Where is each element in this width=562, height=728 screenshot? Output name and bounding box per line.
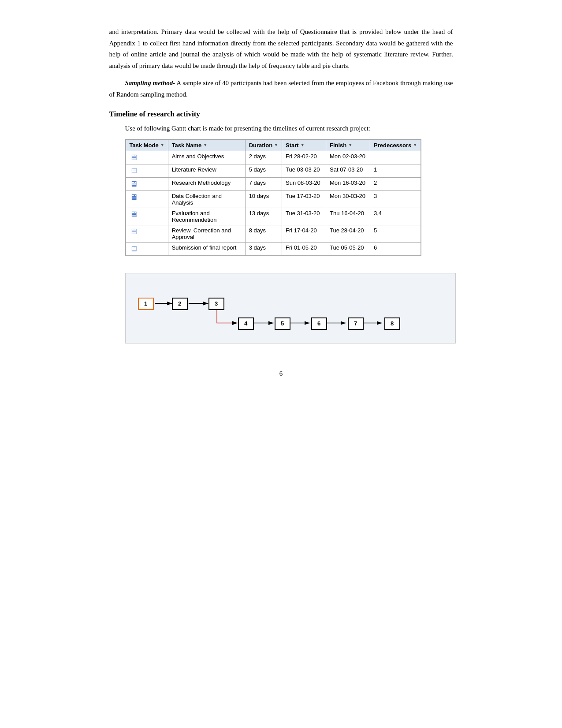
task-predecessors-cell: 3 xyxy=(370,190,421,208)
task-name-cell: Research Methodology xyxy=(168,177,245,190)
task-predecessors-cell: 5 xyxy=(370,225,421,242)
task-mode-cell: 🖥 xyxy=(126,208,168,225)
task-finish-cell: Mon 30-03-20 xyxy=(326,190,370,208)
task-mode-icon: 🖥 xyxy=(130,227,138,236)
task-start-cell: Fri 28-02-20 xyxy=(282,151,326,164)
task-duration-cell: 8 days xyxy=(245,225,282,242)
paragraph-1: and interpretation. Primary data would b… xyxy=(109,26,453,71)
task-duration-cell: 7 days xyxy=(245,177,282,190)
task-mode-icon: 🖥 xyxy=(130,210,138,219)
gantt-table: Task Mode ▼ Task Name ▼ Duration ▼ xyxy=(126,139,421,256)
th-start[interactable]: Start ▼ xyxy=(282,139,326,151)
task-name-cell: Evaluation and Recommendetion xyxy=(168,208,245,225)
task-mode-cell: 🖥 xyxy=(126,177,168,190)
flowchart-node-5: 5 xyxy=(275,317,290,330)
task-duration-cell: 10 days xyxy=(245,190,282,208)
task-name-cell: Review, Correction and Approval xyxy=(168,225,245,242)
th-duration[interactable]: Duration ▼ xyxy=(245,139,282,151)
flowchart-node-2: 2 xyxy=(172,298,188,310)
task-predecessors-cell: 6 xyxy=(370,242,421,255)
task-predecessors-cell xyxy=(370,151,421,164)
task-name-dropdown-icon[interactable]: ▼ xyxy=(203,143,207,147)
th-task-name[interactable]: Task Name ▼ xyxy=(168,139,245,151)
page: and interpretation. Primary data would b… xyxy=(83,0,480,413)
task-mode-icon: 🖥 xyxy=(130,244,138,253)
duration-dropdown-icon[interactable]: ▼ xyxy=(274,143,278,147)
finish-dropdown-icon[interactable]: ▼ xyxy=(348,143,352,147)
th-task-mode[interactable]: Task Mode ▼ xyxy=(126,139,168,151)
flowchart-node-8: 8 xyxy=(384,317,400,330)
task-start-cell: Sun 08-03-20 xyxy=(282,177,326,190)
task-finish-cell: Tue 05-05-20 xyxy=(326,242,370,255)
flowchart-node-1: 1 xyxy=(138,298,154,310)
task-mode-icon: 🖥 xyxy=(130,193,138,202)
start-dropdown-icon[interactable]: ▼ xyxy=(301,143,305,147)
task-finish-cell: Mon 02-03-20 xyxy=(326,151,370,164)
task-name-cell: Data Collection and Analysis xyxy=(168,190,245,208)
task-duration-cell: 3 days xyxy=(245,242,282,255)
task-finish-cell: Sat 07-03-20 xyxy=(326,164,370,177)
task-duration-cell: 13 days xyxy=(245,208,282,225)
task-start-cell: Tue 31-03-20 xyxy=(282,208,326,225)
section-heading-timeline: Timeline of research activity xyxy=(109,110,453,119)
task-name-cell: Aims and Objectives xyxy=(168,151,245,164)
table-row: 🖥 Evaluation and Recommendetion 13 days … xyxy=(126,208,421,225)
task-mode-dropdown-icon[interactable]: ▼ xyxy=(160,143,164,147)
task-finish-cell: Mon 16-03-20 xyxy=(326,177,370,190)
th-predecessors[interactable]: Predecessors ▼ xyxy=(370,139,421,151)
task-predecessors-cell: 2 xyxy=(370,177,421,190)
flowchart-node-7: 7 xyxy=(348,317,364,330)
task-start-cell: Fri 17-04-20 xyxy=(282,225,326,242)
flowchart-node-4: 4 xyxy=(238,317,254,330)
paragraph-2: Sampling method- A sample size of 40 par… xyxy=(109,78,453,100)
table-row: 🖥 Literature Review 5 days Tue 03-03-20 … xyxy=(126,164,421,177)
table-row: 🖥 Aims and Objectives 2 days Fri 28-02-2… xyxy=(126,151,421,164)
table-row: 🖥 Data Collection and Analysis 10 days T… xyxy=(126,190,421,208)
task-predecessors-cell: 1 xyxy=(370,164,421,177)
flowchart-node-6: 6 xyxy=(311,317,327,330)
task-duration-cell: 5 days xyxy=(245,164,282,177)
task-finish-cell: Tue 28-04-20 xyxy=(326,225,370,242)
task-start-cell: Tue 03-03-20 xyxy=(282,164,326,177)
task-name-cell: Literature Review xyxy=(168,164,245,177)
task-mode-icon: 🖥 xyxy=(130,153,138,162)
flowchart-node-3: 3 xyxy=(208,298,224,310)
flowchart-diagram: 12345678 xyxy=(125,273,456,343)
table-row: 🖥 Review, Correction and Approval 8 days… xyxy=(126,225,421,242)
task-mode-cell: 🖥 xyxy=(126,151,168,164)
task-mode-icon: 🖥 xyxy=(130,166,138,175)
table-row: 🖥 Research Methodology 7 days Sun 08-03-… xyxy=(126,177,421,190)
page-number: 6 xyxy=(109,370,453,377)
gantt-table-wrapper: Task Mode ▼ Task Name ▼ Duration ▼ xyxy=(125,139,422,256)
task-start-cell: Fri 01-05-20 xyxy=(282,242,326,255)
th-finish[interactable]: Finish ▼ xyxy=(326,139,370,151)
task-mode-cell: 🖥 xyxy=(126,190,168,208)
table-row: 🖥 Submission of final report 3 days Fri … xyxy=(126,242,421,255)
task-mode-icon: 🖥 xyxy=(130,179,138,188)
task-predecessors-cell: 3,4 xyxy=(370,208,421,225)
task-duration-cell: 2 days xyxy=(245,151,282,164)
predecessors-dropdown-icon[interactable]: ▼ xyxy=(413,143,417,147)
task-finish-cell: Thu 16-04-20 xyxy=(326,208,370,225)
task-start-cell: Tue 17-03-20 xyxy=(282,190,326,208)
task-name-cell: Submission of final report xyxy=(168,242,245,255)
task-mode-cell: 🖥 xyxy=(126,164,168,177)
gantt-intro-text: Use of following Gantt chart is made for… xyxy=(125,123,453,134)
task-mode-cell: 🖥 xyxy=(126,225,168,242)
sampling-method-label: Sampling method- xyxy=(125,79,175,86)
task-mode-cell: 🖥 xyxy=(126,242,168,255)
